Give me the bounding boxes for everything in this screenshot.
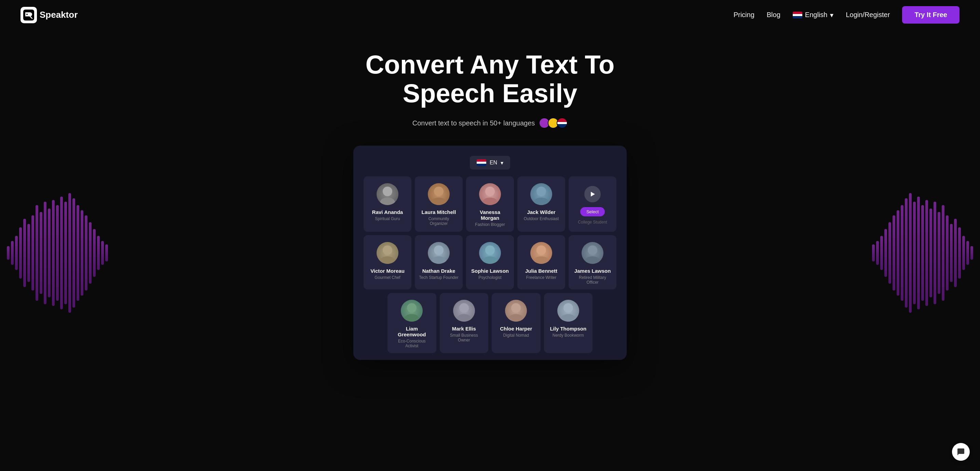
voice-title-mark: Small Business Owner: [444, 333, 485, 342]
voice-name-james: James Lawson: [573, 268, 612, 274]
avatar-chloe: [505, 300, 527, 321]
voice-title-julia: Freelance Writer: [522, 275, 561, 280]
voice-name-liam: Liam Greenwood: [391, 326, 432, 337]
avatar-jack: [530, 183, 552, 205]
logo[interactable]: Speaktor: [21, 7, 78, 23]
svg-point-21: [404, 314, 419, 321]
voice-name-ravi: Ravi Ananda: [368, 209, 407, 215]
svg-point-7: [482, 197, 498, 205]
hero-title: Convert Any Text To Speech Easily: [319, 50, 661, 107]
header: Speaktor Pricing Blog English ▾ Login/Re…: [0, 0, 980, 30]
voice-name-chloe: Chloe Harper: [496, 326, 536, 331]
svg-point-22: [459, 303, 469, 313]
voice-title-laura: Community Organizer: [419, 216, 458, 226]
avatar-nathan: [428, 242, 450, 264]
language-dropdown[interactable]: EN ▾: [470, 156, 510, 170]
svg-point-19: [585, 256, 600, 264]
svg-point-2: [383, 187, 392, 196]
voice-mark[interactable]: Mark Ellis Small Business Owner: [440, 293, 488, 353]
voice-title-liam: Eco-Conscious Activist: [391, 339, 432, 348]
svg-point-1: [26, 14, 28, 15]
select-subtext: College Student: [578, 220, 607, 224]
voice-name-sophie: Sophie Lawson: [470, 268, 510, 274]
voice-name-julia: Julia Bennett: [522, 268, 561, 274]
avatar-laura: [428, 183, 450, 205]
voice-name-jack: Jack Wilder: [522, 209, 561, 215]
select-button[interactable]: Select: [580, 207, 605, 216]
voice-james[interactable]: James Lawson Retired Military Officer: [569, 235, 616, 290]
voice-vanessa[interactable]: Vanessa Morgan Fashion Blogger: [466, 177, 514, 232]
avatar-mark: [453, 300, 475, 321]
nav-pricing[interactable]: Pricing: [733, 11, 754, 19]
voice-laura[interactable]: Laura Mitchell Community Organizer: [415, 177, 463, 232]
voice-title-jack: Outdoor Enthusiast: [522, 216, 561, 221]
voice-victor[interactable]: Victor Moreau Gourmet Chef: [364, 235, 411, 290]
app-window: EN ▾ Ravi Ananda Spiritual Guru: [353, 146, 627, 360]
voices-row-2: Victor Moreau Gourmet Chef Nathan Drake …: [364, 235, 616, 290]
subtitle-text: Convert text to speech in 50+ languages: [412, 119, 535, 127]
voice-name-vanessa: Vanessa Morgan: [470, 209, 510, 221]
svg-point-16: [536, 245, 546, 255]
voice-title-vanessa: Fashion Blogger: [470, 222, 510, 227]
login-register-link[interactable]: Login/Register: [846, 11, 890, 19]
voice-lily[interactable]: Lily Thompson Nerdy Bookworm: [544, 293, 593, 353]
voice-julia[interactable]: Julia Bennett Freelance Writer: [517, 235, 565, 290]
language-label: English: [805, 11, 827, 19]
voice-name-lily: Lily Thompson: [548, 326, 589, 331]
svg-point-11: [380, 256, 395, 264]
voice-chloe[interactable]: Chloe Harper Digital Nomad: [492, 293, 541, 353]
waveform-right: [872, 185, 973, 321]
avatar-ravi: [377, 183, 398, 205]
svg-point-23: [457, 314, 471, 321]
voice-name-mark: Mark Ellis: [444, 326, 485, 331]
voice-title-sophie: Psychologist: [470, 275, 510, 280]
svg-point-8: [536, 187, 546, 196]
logo-icon: [21, 7, 37, 23]
main-nav: Pricing Blog English ▾ Login/Register Tr…: [733, 6, 959, 24]
play-icon: [584, 186, 601, 202]
chat-button[interactable]: [952, 443, 970, 461]
voice-title-james: Retired Military Officer: [573, 275, 612, 285]
svg-point-18: [588, 245, 597, 255]
waveform-left: [7, 185, 108, 321]
avatar-vanessa: [479, 183, 501, 205]
voices-row-1: Ravi Ananda Spiritual Guru Laura Mitchel…: [364, 177, 616, 232]
flag-usa: [557, 118, 568, 129]
voice-nathan[interactable]: Nathan Drake Tech Startup Founder: [415, 235, 463, 290]
svg-point-9: [534, 197, 549, 205]
voice-title-lily: Nerdy Bookworm: [548, 333, 589, 338]
try-free-button[interactable]: Try It Free: [902, 6, 959, 24]
svg-point-26: [563, 303, 573, 313]
nav-blog[interactable]: Blog: [767, 11, 780, 19]
svg-point-24: [511, 303, 521, 313]
voice-title-nathan: Tech Startup Founder: [419, 275, 458, 280]
hero-subtitle: Convert text to speech in 50+ languages: [7, 118, 973, 129]
voice-title-chloe: Digital Nomad: [496, 333, 536, 338]
voice-title-ravi: Spiritual Guru: [368, 216, 407, 221]
svg-point-14: [485, 245, 495, 255]
svg-point-3: [380, 197, 395, 205]
voice-name-nathan: Nathan Drake: [419, 268, 458, 274]
voice-name-laura: Laura Mitchell: [419, 209, 458, 215]
voices-row-3: Liam Greenwood Eco-Conscious Activist Ma…: [364, 293, 616, 353]
voice-select-card[interactable]: Select College Student: [569, 177, 616, 232]
voice-liam[interactable]: Liam Greenwood Eco-Conscious Activist: [388, 293, 436, 353]
avatar-liam: [401, 300, 423, 321]
language-flags: [539, 118, 568, 129]
voice-name-victor: Victor Moreau: [368, 268, 407, 274]
flag-icon: [793, 12, 802, 19]
voice-jack[interactable]: Jack Wilder Outdoor Enthusiast: [517, 177, 565, 232]
svg-point-10: [383, 245, 392, 255]
svg-point-17: [534, 256, 549, 264]
svg-point-15: [482, 256, 498, 264]
svg-point-13: [431, 256, 446, 264]
svg-point-4: [434, 187, 444, 196]
svg-point-6: [485, 187, 495, 196]
voice-title-victor: Gourmet Chef: [368, 275, 407, 280]
language-selector[interactable]: English ▾: [793, 11, 834, 19]
avatar-james: [582, 242, 603, 264]
voice-sophie[interactable]: Sophie Lawson Psychologist: [466, 235, 514, 290]
waveform-area: EN ▾ Ravi Ananda Spiritual Guru: [7, 146, 973, 360]
voice-ravi[interactable]: Ravi Ananda Spiritual Guru: [364, 177, 411, 232]
svg-point-12: [434, 245, 444, 255]
